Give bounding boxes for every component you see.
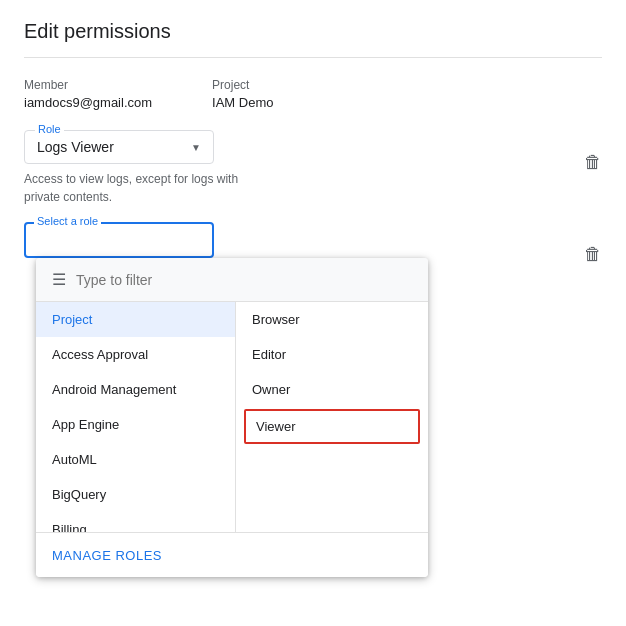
category-item-billing[interactable]: Billing [36,512,235,532]
dropdown-columns: ProjectAccess ApprovalAndroid Management… [36,302,428,532]
categories-list: ProjectAccess ApprovalAndroid Management… [36,302,236,532]
page-container: Edit permissions Member iamdocs9@gmail.c… [0,0,626,626]
role-item-viewer[interactable]: Viewer [244,409,420,444]
select-role-label: Select a role [34,215,101,227]
manage-roles-link[interactable]: MANAGE ROLES [52,548,162,563]
role-item-browser[interactable]: Browser [236,302,428,337]
member-col: Member iamdocs9@gmail.com [24,78,152,110]
select-role-dropdown[interactable]: Select a role [24,222,214,258]
category-item-automl[interactable]: AutoML [36,442,235,477]
member-value: iamdocs9@gmail.com [24,95,152,110]
delete-role-2-button[interactable]: 🗑 [584,244,602,265]
page-title: Edit permissions [24,20,602,58]
role-item-owner[interactable]: Owner [236,372,428,407]
roles-list: BrowserEditorOwnerViewer [236,302,428,532]
select-role-section: Select a role [24,222,602,258]
role-label: Role [35,123,64,135]
member-label: Member [24,78,152,92]
filter-input[interactable] [76,272,412,288]
role-item-editor[interactable]: Editor [236,337,428,372]
trash-icon-1: 🗑 [584,152,602,172]
category-item-access-approval[interactable]: Access Approval [36,337,235,372]
role-selected-value: Logs Viewer [37,139,183,155]
role-dropdown-overlay: ☰ ProjectAccess ApprovalAndroid Manageme… [36,258,428,577]
filter-icon: ☰ [52,270,66,289]
trash-icon-2: 🗑 [584,244,602,264]
role-section-1: Role Logs Viewer ▼ Access to view logs, … [24,130,602,206]
chevron-down-icon: ▼ [191,142,201,153]
filter-row: ☰ [36,258,428,302]
category-item-app-engine[interactable]: App Engine [36,407,235,442]
category-item-bigquery[interactable]: BigQuery [36,477,235,512]
category-item-project[interactable]: Project [36,302,235,337]
category-item-android-management[interactable]: Android Management [36,372,235,407]
project-col: Project IAM Demo [212,78,273,110]
member-project-row: Member iamdocs9@gmail.com Project IAM De… [24,78,602,110]
role-description: Access to view logs, except for logs wit… [24,170,244,206]
manage-roles-footer: MANAGE ROLES [36,532,428,577]
project-label: Project [212,78,273,92]
role-dropdown[interactable]: Role Logs Viewer ▼ [24,130,214,164]
delete-role-1-button[interactable]: 🗑 [584,152,602,173]
project-value: IAM Demo [212,95,273,110]
main-content: Edit permissions Member iamdocs9@gmail.c… [0,0,626,278]
